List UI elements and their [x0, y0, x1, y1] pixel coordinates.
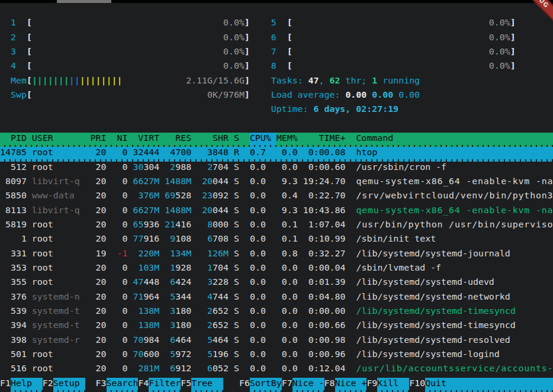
col-ni[interactable]: NI — [111, 133, 133, 143]
process-row[interactable]: 501 root 20 0 70600 5972 5196 S 0.0 0.0 … — [0, 349, 553, 363]
cpu-meter-id: 2 — [11, 32, 16, 43]
process-row[interactable]: 355 root 20 0 47448 6424 3228 S 0.0 0.0 … — [0, 277, 553, 291]
cell-command: /lib/systemd/systemd-resolved — [356, 335, 510, 345]
cell-state: S — [234, 162, 239, 172]
mem-bar-green: ||||||| — [32, 75, 69, 86]
meter-bracket: [ — [287, 32, 292, 43]
col-virt[interactable]: VIRT — [133, 133, 165, 143]
cell-shr: 5 — [202, 349, 213, 359]
cell-time: 0:00.98 — [303, 335, 346, 345]
cell-user: root — [32, 233, 80, 244]
process-row[interactable]: 398 systemd-r 20 0 70984 6464 5464 S 0.0… — [0, 335, 553, 349]
meter-bracket: ] — [245, 60, 250, 71]
col-shr[interactable]: SHR — [202, 133, 234, 143]
cell-virt: 964 — [143, 291, 159, 302]
cell-pri: 20 — [91, 277, 107, 287]
swp-meter-label: Swp — [11, 89, 27, 100]
cell-time: 0:04.80 — [303, 291, 346, 302]
process-row[interactable]: 331 root 19 -1 220M 134M 126M S 0.0 0.8 … — [0, 248, 553, 262]
process-row[interactable]: 8113 libvirt-q 20 0 6627M 1488M 20044 S … — [0, 205, 553, 219]
cell-mem: 9.3 — [276, 176, 298, 187]
cell-pid: 8113 — [0, 205, 27, 216]
process-row[interactable]: 14785 root 20 0 32444 4700 3848 R 0.7 0.… — [0, 147, 553, 161]
fkey-label-Kill[interactable]: Kill — [377, 378, 409, 392]
load-1: 0.00 — [345, 89, 366, 100]
fkey-F5[interactable]: F5 — [181, 378, 191, 388]
fkey-label-Nice-+[interactable]: Nice + — [335, 378, 367, 392]
col-s[interactable]: S — [234, 133, 239, 143]
fkey-F2[interactable]: F2 — [43, 378, 53, 388]
fkey-F6[interactable]: F6 — [239, 378, 250, 388]
cell-ni: 0 — [112, 320, 128, 330]
process-row[interactable]: 512 root 20 0 30304 2988 2704 S 0.0 0.0 … — [0, 162, 553, 176]
fkey-F8[interactable]: F8 — [324, 378, 335, 388]
cell-shr: 044 — [213, 205, 229, 216]
fkey-label-Tree[interactable]: Tree — [191, 378, 223, 392]
cell-state: S — [234, 205, 239, 216]
fkey-F7[interactable]: F7 — [282, 378, 292, 388]
process-row[interactable]: 539 systemd-t 20 0 138M 3180 2652 S 0.0 … — [0, 306, 553, 320]
process-row[interactable]: 8097 libvirt-q 20 0 6627M 1488M 20044 S … — [0, 176, 553, 190]
cell-command: /lib/systemd/systemd-journald — [356, 248, 510, 259]
cell-state: S — [234, 363, 239, 374]
cell-pid: 512 — [0, 162, 27, 172]
col-pri[interactable]: PRI — [91, 133, 112, 143]
cell-state: S — [234, 190, 239, 201]
cell-virt: 138M — [133, 320, 159, 330]
fkey-label-Help[interactable]: Help — [11, 378, 43, 392]
cell-pri: 20 — [91, 349, 107, 359]
cell-res: 4700 — [165, 147, 191, 158]
process-row[interactable]: 376 systemd-n 20 0 71964 5344 4744 S 0.0… — [0, 291, 553, 306]
fkey-F4[interactable]: F4 — [138, 378, 149, 388]
fkey-F10[interactable]: F10 — [409, 378, 425, 388]
fkey-label-Setup[interactable]: Setup — [53, 378, 85, 392]
cell-shr: 20 — [202, 205, 213, 216]
process-row[interactable]: 516 root 20 0 281M 6912 6052 S 0.0 0.0 0… — [0, 363, 553, 377]
col-pid[interactable]: PID — [0, 133, 32, 143]
cell-command: htop — [356, 147, 377, 158]
cell-pri: 20 — [91, 219, 107, 230]
cell-state: S — [234, 291, 239, 302]
swp-meter-value: 0K/976M — [207, 89, 245, 100]
col-command[interactable]: Command — [356, 133, 393, 143]
tasks-running: 1 — [372, 75, 377, 86]
cpu-meter-id: 5 — [271, 17, 276, 28]
cell-res: 5 — [165, 349, 175, 359]
fkey-F9[interactable]: F9 — [366, 378, 377, 388]
cell-res: 464 — [175, 335, 191, 345]
fkey-F3[interactable]: F3 — [96, 378, 107, 388]
process-row[interactable]: 353 root 20 0 103M 1928 1704 S 0.0 0.0 0… — [0, 262, 553, 277]
cpu-meter-line-3-7: 3 [ 0.0%] 7 [ 0.0%] — [0, 46, 553, 60]
process-row[interactable]: 394 systemd-t 20 0 138M 3180 2652 S 0.0 … — [0, 320, 553, 334]
col-res[interactable]: RES — [165, 133, 202, 143]
fkey-F1[interactable]: F1 — [0, 378, 11, 388]
cell-virt: 304 — [143, 162, 159, 172]
fkey-label-Filter[interactable]: Filter — [149, 378, 181, 392]
col-time[interactable]: TIME+ — [303, 133, 346, 143]
fkey-label-SortBy[interactable]: SortBy — [250, 378, 282, 392]
cell-pid: 331 — [0, 248, 27, 259]
cell-shr: 20 — [202, 176, 213, 187]
table-header: PID USER PRI NI VIRT RES SHR S CPU% MEM%… — [0, 133, 553, 147]
cell-res: 2 — [165, 162, 175, 172]
swp-load-line: Swp[ 0K/976M] Load average: 0.00 0.00 0.… — [0, 89, 553, 104]
cell-shr: 196 — [213, 349, 229, 359]
col-mem[interactable]: MEM% — [276, 133, 298, 143]
cell-res: 1488M — [165, 205, 191, 216]
cell-ni: 0 — [112, 262, 128, 273]
process-row[interactable]: 1 root 20 0 77916 9108 6708 S 0.0 0.1 0:… — [0, 233, 553, 248]
fkey-label-Quit[interactable]: Quit — [425, 378, 552, 392]
meter-bracket: [ — [287, 60, 292, 71]
cell-shr: 126M — [202, 248, 229, 259]
col-cpu-sort[interactable]: CPU% — [250, 133, 276, 147]
cell-time: 0:32.27 — [303, 248, 346, 259]
col-user[interactable]: USER — [32, 133, 91, 143]
cell-user: root — [32, 349, 80, 359]
fkey-label-Search[interactable]: Search — [107, 378, 139, 392]
process-row[interactable]: 5850 www-data 20 0 376M 69528 23092 S 0.… — [0, 190, 553, 204]
cell-virt: 220M — [133, 248, 159, 259]
mem-tasks-line: Mem[||||||||||||||||| 2.11G/15.6G] Tasks… — [0, 75, 553, 89]
cpu-meter-id: 7 — [271, 46, 276, 57]
fkey-label-Nice--[interactable]: Nice - — [292, 378, 324, 392]
process-row[interactable]: 5819 root 20 0 65936 21416 8000 S 0.0 0.… — [0, 219, 553, 233]
